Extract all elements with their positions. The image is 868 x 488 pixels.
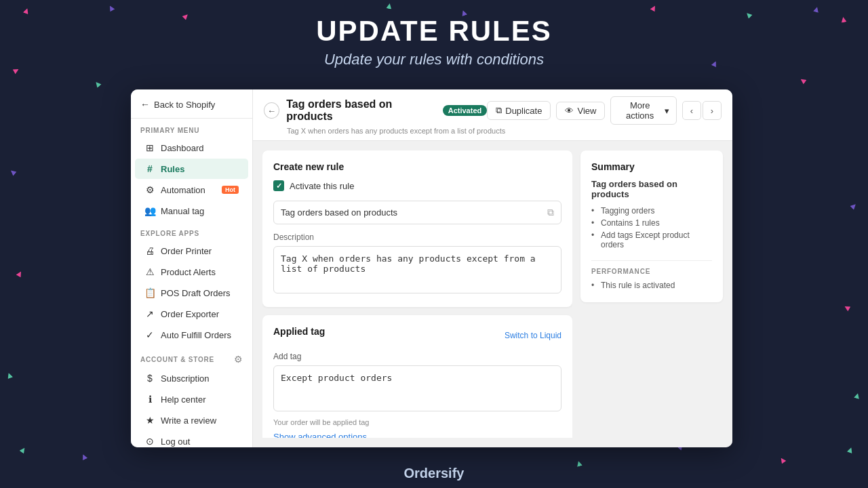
- sidebar-item-rules-label: Rules: [161, 164, 184, 174]
- view-label: View: [577, 106, 596, 116]
- sidebar-item-rules[interactable]: # Rules: [135, 159, 248, 179]
- sidebar-item-product-alerts-label: Product Alerts: [161, 267, 216, 277]
- subscription-icon: $: [144, 373, 155, 384]
- sidebar-item-subscription-label: Subscription: [161, 373, 210, 384]
- footer-brand: Ordersify: [0, 466, 868, 481]
- summary-item-2: Add tags Except product orders: [591, 229, 712, 251]
- more-actions-button[interactable]: More actions ▾: [610, 96, 677, 125]
- nav-arrows: ‹ ›: [682, 101, 722, 120]
- sidebar-item-dashboard[interactable]: ⊞ Dashboard: [135, 138, 248, 158]
- sidebar-item-help-center[interactable]: ℹ Help center: [135, 389, 248, 409]
- page-title: Tag orders based on products: [286, 98, 436, 123]
- hot-badge: Hot: [222, 186, 239, 194]
- hero-subtitle: Update your rules with conditions: [0, 51, 868, 68]
- nav-next-button[interactable]: ›: [703, 101, 722, 120]
- tag-textarea[interactable]: [273, 365, 561, 411]
- sidebar-item-pos-draft-label: POS Draft Orders: [161, 288, 231, 298]
- duplicate-icon: ⧉: [496, 105, 502, 116]
- rules-icon: #: [144, 163, 155, 174]
- applied-tag-card: Applied tag Switch to Liquid Add tag You…: [262, 315, 572, 438]
- sidebar-item-auto-fulfill-label: Auto Fulfill Orders: [161, 330, 231, 340]
- content-area: Create new rule Activate this rule Tag o…: [253, 141, 732, 447]
- sidebar-item-manual-tag-label: Manual tag: [161, 206, 204, 216]
- auto-fulfill-icon: ✓: [144, 329, 155, 340]
- activate-label: Activate this rule: [290, 181, 354, 191]
- topbar: ← Tag orders based on products Activated…: [253, 89, 732, 141]
- sidebar-item-order-printer[interactable]: 🖨 Order Printer: [135, 241, 248, 261]
- rule-name-input[interactable]: Tag orders based on products ⧉: [273, 201, 561, 224]
- sidebar-item-log-out-label: Log out: [161, 436, 190, 447]
- sidebar-item-order-exporter[interactable]: ↗ Order Exporter: [135, 304, 248, 324]
- right-panel: Summary Tag orders based on products Tag…: [580, 150, 723, 438]
- show-advanced-link[interactable]: Show advanced options: [273, 432, 367, 438]
- sidebar-item-manual-tag[interactable]: 👥 Manual tag: [135, 201, 248, 221]
- sidebar-item-auto-fulfill[interactable]: ✓ Auto Fulfill Orders: [135, 325, 248, 345]
- help-center-icon: ℹ: [144, 394, 155, 405]
- sidebar: ← Back to Shopify PRIMARY MENU ⊞ Dashboa…: [131, 89, 253, 447]
- duplicate-button[interactable]: ⧉ Duplicate: [487, 101, 551, 120]
- sidebar-item-automation-label: Automation: [161, 185, 205, 195]
- sidebar-item-dashboard-label: Dashboard: [161, 143, 204, 153]
- applied-tag-header: Applied tag Switch to Liquid: [273, 326, 561, 345]
- topbar-back-button[interactable]: ←: [264, 102, 279, 119]
- hero-title: UPDATE RULES: [0, 15, 868, 47]
- chevron-down-icon: ▾: [665, 106, 669, 116]
- performance-list: This rule is activated: [591, 279, 712, 291]
- summary-title: Summary: [591, 161, 712, 172]
- account-store-label: ACCOUNT & STORE: [140, 356, 214, 363]
- summary-divider: [591, 260, 712, 261]
- sidebar-item-pos-draft[interactable]: 📋 POS Draft Orders: [135, 283, 248, 303]
- sidebar-item-help-center-label: Help center: [161, 394, 205, 405]
- performance-label: PERFORMANCE: [591, 268, 712, 275]
- back-to-shopify[interactable]: ← Back to Shopify: [131, 89, 252, 119]
- sidebar-item-write-review-label: Write a review: [161, 415, 216, 426]
- left-panel: Create new rule Activate this rule Tag o…: [262, 150, 572, 438]
- explore-apps-label: EXPLORE APPS: [131, 222, 252, 240]
- primary-menu-label: PRIMARY MENU: [131, 119, 252, 137]
- add-tag-label: Add tag: [273, 352, 561, 361]
- duplicate-label: Duplicate: [505, 106, 542, 116]
- manual-tag-icon: 👥: [144, 205, 155, 216]
- sidebar-item-subscription[interactable]: $ Subscription: [135, 368, 248, 388]
- sidebar-item-product-alerts[interactable]: ⚠ Product Alerts: [135, 262, 248, 282]
- main-content: ← Tag orders based on products Activated…: [253, 89, 732, 447]
- automation-icon: ⚙: [144, 184, 155, 195]
- summary-list: Tagging orders Contains 1 rules Add tags…: [591, 205, 712, 251]
- summary-item-1: Contains 1 rules: [591, 217, 712, 229]
- back-arrow-icon: ←: [140, 99, 150, 110]
- switch-liquid-button[interactable]: Switch to Liquid: [505, 331, 561, 340]
- sidebar-item-write-review[interactable]: ★ Write a review: [135, 410, 248, 430]
- sidebar-item-log-out[interactable]: ⊙ Log out: [135, 431, 248, 447]
- tag-hint: Your order will be applied tag: [273, 418, 561, 426]
- sidebar-item-order-exporter-label: Order Exporter: [161, 309, 219, 319]
- log-out-icon: ⊙: [144, 436, 155, 447]
- view-button[interactable]: 👁 View: [556, 102, 605, 120]
- app-container: ← Back to Shopify PRIMARY MENU ⊞ Dashboa…: [131, 89, 732, 447]
- order-exporter-icon: ↗: [144, 308, 155, 319]
- pos-draft-icon: 📋: [144, 287, 155, 298]
- sidebar-item-order-printer-label: Order Printer: [161, 246, 212, 256]
- topbar-left: ← Tag orders based on products Activated: [264, 98, 487, 123]
- performance-item-0: This rule is activated: [591, 279, 712, 291]
- activate-checkbox[interactable]: [273, 180, 284, 191]
- page-description: Tag X when orders has any products excep…: [287, 127, 722, 135]
- sidebar-item-automation[interactable]: ⚙ Automation Hot: [135, 180, 248, 200]
- description-textarea[interactable]: [273, 246, 561, 293]
- description-label: Description: [273, 232, 561, 242]
- create-rule-title: Create new rule: [273, 161, 561, 172]
- dashboard-icon: ⊞: [144, 142, 155, 153]
- account-store-section: ACCOUNT & STORE ⚙: [131, 346, 252, 367]
- rule-name-value: Tag orders based on products: [281, 207, 397, 218]
- create-rule-card: Create new rule Activate this rule Tag o…: [262, 150, 572, 307]
- nav-prev-button[interactable]: ‹: [682, 101, 701, 120]
- gear-icon[interactable]: ⚙: [234, 354, 243, 365]
- product-alerts-icon: ⚠: [144, 266, 155, 277]
- order-printer-icon: 🖨: [144, 245, 155, 256]
- back-to-shopify-label: Back to Shopify: [154, 100, 215, 110]
- summary-card: Summary Tag orders based on products Tag…: [580, 150, 723, 302]
- summary-item-0: Tagging orders: [591, 205, 712, 217]
- applied-tag-title: Applied tag: [273, 326, 325, 337]
- more-actions-label: More actions: [618, 100, 662, 121]
- view-icon: 👁: [565, 106, 574, 116]
- activated-badge: Activated: [443, 105, 488, 116]
